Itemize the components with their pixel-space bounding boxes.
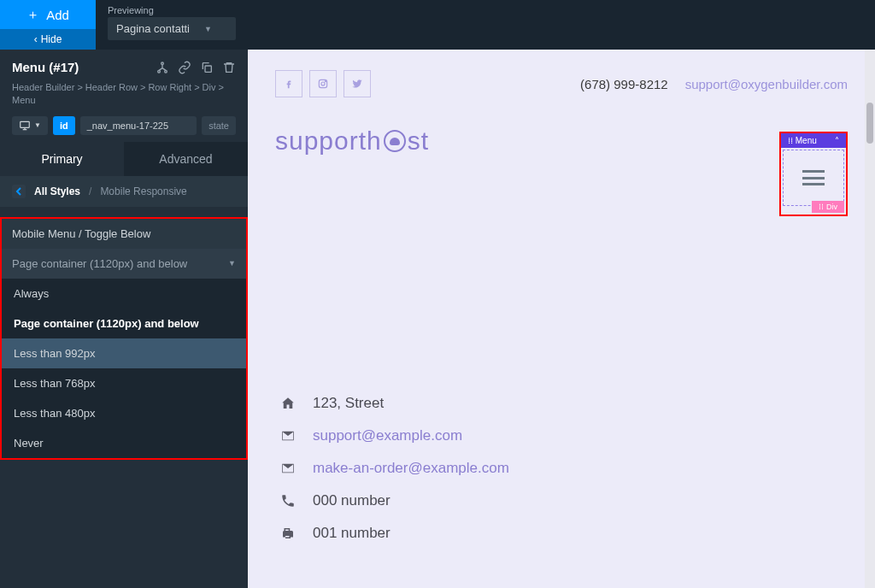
tab-primary[interactable]: Primary xyxy=(0,142,124,176)
fax-icon xyxy=(279,526,297,541)
contact-phone1: 000 number xyxy=(279,492,844,509)
option-never[interactable]: Never xyxy=(2,428,246,458)
header-phone: (678) 999-8212 xyxy=(580,77,668,91)
instagram-icon[interactable] xyxy=(309,70,337,97)
chevron-up-icon: ˄ xyxy=(835,136,839,145)
topbar: ＋ Add ‹ Hide Previewing Pagina contatti … xyxy=(0,0,875,50)
logo[interactable]: supporth st xyxy=(275,126,429,156)
id-badge[interactable]: id xyxy=(53,116,75,135)
id-value[interactable]: _nav_menu-17-225 xyxy=(80,116,197,135)
contact-email1[interactable]: support@example.com xyxy=(279,427,844,444)
svg-point-6 xyxy=(321,82,325,85)
div-tag[interactable]: ⁞⁞ Div xyxy=(812,201,844,213)
cloud-icon xyxy=(384,130,406,152)
envelope-icon xyxy=(279,428,297,444)
add-label: Add xyxy=(46,8,69,22)
preview-label: Previewing xyxy=(108,5,236,15)
twitter-icon[interactable] xyxy=(344,70,371,97)
header-email[interactable]: support@oxygenbuilder.com xyxy=(685,77,848,91)
hide-label: Hide xyxy=(41,33,62,45)
envelope-icon xyxy=(279,461,297,476)
option-480[interactable]: Less than 480px xyxy=(2,398,246,428)
preview-select[interactable]: Pagina contatti ▼ xyxy=(108,17,236,40)
preview-value: Pagina contatti xyxy=(116,22,190,35)
styles-current: Mobile Responsive xyxy=(100,185,186,197)
hamburger-icon xyxy=(802,170,825,185)
option-768[interactable]: Less than 768px xyxy=(2,368,246,398)
canvas: (678) 999-8212 support@oxygenbuilder.com… xyxy=(248,50,875,588)
svg-point-2 xyxy=(165,70,167,73)
breakpoint-options: Always Page container (1120px) and below… xyxy=(2,279,246,458)
back-button[interactable] xyxy=(12,185,26,198)
styles-root[interactable]: All Styles xyxy=(34,185,80,197)
phone-icon xyxy=(279,493,297,509)
option-always[interactable]: Always xyxy=(2,279,246,309)
contact-address: 123, Street xyxy=(279,395,844,412)
device-select[interactable]: ▼ xyxy=(12,116,48,135)
trash-icon[interactable] xyxy=(222,61,236,74)
link-icon[interactable] xyxy=(178,61,191,74)
structure-icon[interactable] xyxy=(156,61,169,74)
menu-overlay: ⁞⁞ Menu ˄ ⁞⁞ Div xyxy=(779,132,848,216)
option-992[interactable]: Less than 992px xyxy=(2,338,246,368)
mobile-menu-section: Mobile Menu / Toggle Below Page containe… xyxy=(0,217,248,460)
tab-advanced[interactable]: Advanced xyxy=(124,142,248,176)
contact-list: 123, Street support@example.com make-an-… xyxy=(248,361,875,574)
svg-point-7 xyxy=(325,81,326,82)
contact-email2[interactable]: make-an-order@example.com xyxy=(279,460,844,477)
contact-fax: 001 number xyxy=(279,525,844,542)
facebook-icon[interactable] xyxy=(275,70,302,97)
sidebar: Menu (#17) Header Builder>Header Row>Row… xyxy=(0,50,248,588)
desktop-icon xyxy=(19,120,31,132)
section-title: Mobile Menu / Toggle Below xyxy=(2,219,246,249)
panel-title: Menu (#17) xyxy=(12,60,79,74)
hamburger-button[interactable] xyxy=(783,150,844,206)
add-button[interactable]: ＋ Add xyxy=(0,0,96,29)
caret-down-icon: ▼ xyxy=(228,259,236,268)
option-1120[interactable]: Page container (1120px) and below xyxy=(2,309,246,338)
chevron-left-icon: ‹ xyxy=(34,33,38,45)
caret-down-icon: ▼ xyxy=(204,25,212,33)
breakpoint-value: Page container (1120px) and below xyxy=(12,257,187,270)
hide-button[interactable]: ‹ Hide xyxy=(0,29,96,50)
caret-down-icon: ▼ xyxy=(34,121,41,129)
svg-rect-3 xyxy=(205,66,211,72)
plus-icon: ＋ xyxy=(26,7,39,23)
svg-rect-4 xyxy=(21,121,30,127)
svg-point-1 xyxy=(158,70,161,73)
svg-point-0 xyxy=(161,62,164,65)
copy-icon[interactable] xyxy=(200,61,214,74)
breadcrumb: Header Builder>Header Row>Row Right>Div>… xyxy=(12,81,236,108)
state-select[interactable]: state xyxy=(202,116,236,135)
scrollbar[interactable] xyxy=(865,50,875,588)
menu-tag[interactable]: ⁞⁞ Menu ˄ xyxy=(781,133,846,148)
breakpoint-select[interactable]: Page container (1120px) and below ▼ xyxy=(2,249,246,279)
home-icon xyxy=(279,396,297,411)
